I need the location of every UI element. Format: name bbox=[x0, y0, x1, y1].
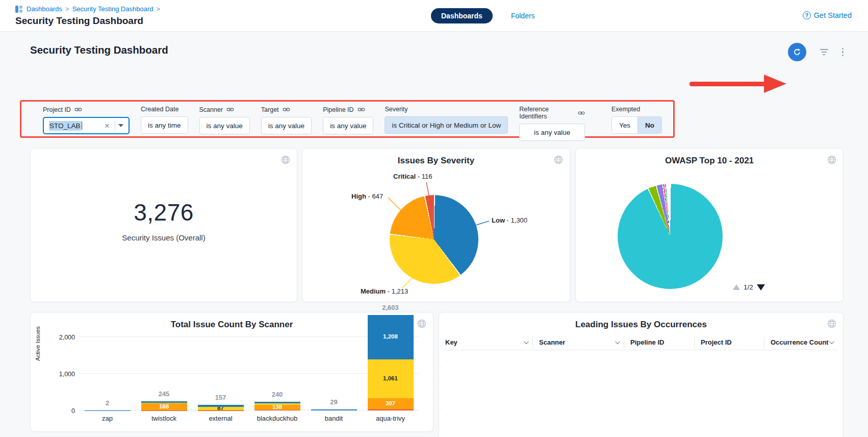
globe-icon[interactable] bbox=[280, 155, 291, 165]
exempted-yes-option[interactable]: Yes bbox=[612, 117, 637, 133]
breadcrumb-dashboards[interactable]: Dashboards bbox=[27, 5, 62, 13]
filter-exempted: Exempted Yes No bbox=[611, 106, 662, 134]
get-started-link[interactable]: ? Get Started bbox=[803, 11, 852, 19]
pie-label-critical: Critical - 116 bbox=[393, 173, 432, 180]
text-caret bbox=[82, 122, 83, 130]
chevron-down-icon bbox=[615, 339, 620, 344]
bar-total-value: 2 bbox=[106, 399, 109, 407]
globe-icon[interactable] bbox=[827, 155, 837, 165]
breadcrumb: Dashboards > Security Testing Dashboard … bbox=[15, 5, 160, 13]
bar-segment-low bbox=[198, 405, 244, 407]
column-header-occurrence-count[interactable]: Occurrence Count bbox=[764, 337, 838, 348]
bar-bandit[interactable]: 29 bbox=[305, 343, 362, 410]
issue-count-by-scanner-tile: Total Issue Count By Scanner Active Issu… bbox=[30, 312, 433, 432]
filter-label: Target bbox=[261, 106, 279, 113]
bar-segment-high: 307 bbox=[368, 398, 414, 409]
link-icon[interactable] bbox=[74, 106, 82, 113]
column-header-scanner[interactable]: Scanner bbox=[532, 337, 624, 348]
link-icon[interactable] bbox=[226, 106, 234, 113]
issues-by-severity-tile: Issues By Severity Critical - 116 High -… bbox=[302, 148, 570, 302]
bar-segment-high: 138 bbox=[254, 405, 300, 410]
created-date-filter-button[interactable]: is any time bbox=[141, 116, 188, 134]
owasp-pie-chart[interactable] bbox=[618, 184, 723, 289]
globe-icon[interactable] bbox=[827, 319, 837, 329]
chevron-down-icon bbox=[829, 339, 834, 344]
bar-blackduckhub[interactable]: 138240 bbox=[249, 343, 305, 410]
bar-zap[interactable]: 2 bbox=[79, 343, 136, 410]
globe-icon[interactable] bbox=[417, 319, 427, 329]
pie-pagination: 1/2 bbox=[733, 283, 765, 291]
page-down-icon[interactable] bbox=[757, 284, 765, 290]
table-header-row: Key Scanner Pipeline ID Project ID Occur… bbox=[444, 335, 838, 350]
link-icon[interactable] bbox=[358, 106, 365, 113]
bar-external[interactable]: 87157 bbox=[192, 343, 249, 410]
bar-total-value: 240 bbox=[272, 391, 283, 398]
chevron-down-icon bbox=[524, 339, 529, 344]
clear-icon[interactable]: × bbox=[101, 122, 113, 130]
filter-created-date: Created Date is any time bbox=[141, 106, 188, 134]
bar-aqua-trivy[interactable]: 3071,0611,2082,603 bbox=[362, 343, 419, 410]
bar-chart[interactable]: 0 1,000 2,000 218824587157138240293071,0… bbox=[79, 343, 419, 410]
dashboard-filter-icon[interactable] bbox=[820, 49, 829, 55]
tile-title: OWASP Top 10 - 2021 bbox=[576, 149, 843, 166]
filter-bar-highlight-box: Project ID STO_LAB × Created Date is any… bbox=[20, 100, 675, 138]
input-divider bbox=[115, 120, 115, 131]
tile-title: Issues By Severity bbox=[302, 149, 570, 166]
link-icon[interactable] bbox=[578, 109, 585, 117]
exempted-toggle: Yes No bbox=[611, 116, 662, 134]
bar-total-value: 245 bbox=[159, 390, 170, 398]
severity-pie-chart[interactable] bbox=[390, 195, 478, 284]
chevron-down-icon[interactable] bbox=[118, 124, 123, 127]
column-header-key[interactable]: Key bbox=[444, 337, 532, 348]
filter-label: Scanner bbox=[199, 106, 223, 113]
bar-segment-value: 1,061 bbox=[368, 376, 414, 382]
empty-table-body bbox=[439, 353, 442, 434]
bar-category-aqua-trivy: aqua-trivy bbox=[362, 415, 419, 422]
bar-segment-value: 307 bbox=[368, 401, 414, 407]
project-id-value: STO_LAB bbox=[49, 121, 81, 131]
tile-title: Leading Issues By Occurrences bbox=[439, 312, 843, 330]
kebab-menu-icon[interactable] bbox=[842, 48, 844, 57]
target-filter-button[interactable]: is any value bbox=[261, 117, 312, 134]
bar-category-bandit: bandit bbox=[305, 415, 362, 422]
scanner-filter-button[interactable]: is any value bbox=[199, 117, 250, 134]
tab-dashboards[interactable]: Dashboards bbox=[431, 8, 493, 23]
bar-segment-medium: 1,061 bbox=[368, 359, 414, 398]
project-id-input[interactable]: STO_LAB × bbox=[43, 117, 130, 134]
filter-reference-identifiers: Reference Identifiers is any value bbox=[519, 106, 585, 141]
bar-segment-low bbox=[254, 402, 300, 403]
page-indicator: 1/2 bbox=[744, 283, 753, 291]
bar-total-value: 157 bbox=[215, 394, 226, 401]
y-tick: 0 bbox=[47, 407, 75, 415]
owasp-top10-tile: OWASP Top 10 - 2021 1/2 bbox=[575, 148, 844, 302]
link-icon[interactable] bbox=[283, 106, 290, 113]
severity-filter-button[interactable]: is Critical or High or Medium or Low bbox=[385, 116, 508, 134]
breadcrumb-current[interactable]: Security Testing Dashboard bbox=[72, 5, 154, 13]
dashboard-header-row: Security Testing Dashboard bbox=[0, 32, 868, 67]
bar-columns: 218824587157138240293071,0611,2082,603 bbox=[79, 343, 419, 410]
filter-scanner: Scanner is any value bbox=[199, 106, 250, 134]
exempted-no-option[interactable]: No bbox=[637, 117, 661, 133]
pie-label-low: Low - 1,300 bbox=[492, 216, 527, 224]
y-tick: 2,000 bbox=[47, 334, 75, 341]
page-up-icon[interactable] bbox=[733, 284, 740, 290]
filter-label: Created Date bbox=[141, 106, 178, 113]
bar-twistlock[interactable]: 188245 bbox=[136, 343, 192, 410]
pipeline-id-filter-button[interactable]: is any value bbox=[323, 117, 373, 134]
bar-segment-medium: 87 bbox=[198, 407, 244, 410]
pie-label-high: High - 647 bbox=[351, 192, 383, 200]
globe-icon[interactable] bbox=[553, 155, 564, 165]
bar-segment-low: 1,208 bbox=[368, 315, 414, 359]
refresh-button[interactable] bbox=[788, 43, 806, 61]
column-header-project-id[interactable]: Project ID bbox=[694, 337, 764, 348]
bar-segment-value: 188 bbox=[141, 404, 187, 410]
page-title: Security Testing Dashboard bbox=[30, 44, 168, 56]
bar-segment-low bbox=[311, 409, 357, 410]
window-title: Security Testing Dashboard bbox=[15, 15, 143, 27]
filter-label: Pipeline ID bbox=[323, 106, 353, 113]
bar-segment-value: 1,208 bbox=[368, 334, 414, 340]
reference-identifiers-filter-button[interactable]: is any value bbox=[519, 124, 585, 141]
bar-total-value: 2,603 bbox=[382, 304, 399, 311]
tab-folders[interactable]: Folders bbox=[511, 12, 535, 20]
column-header-pipeline-id[interactable]: Pipeline ID bbox=[624, 337, 694, 348]
